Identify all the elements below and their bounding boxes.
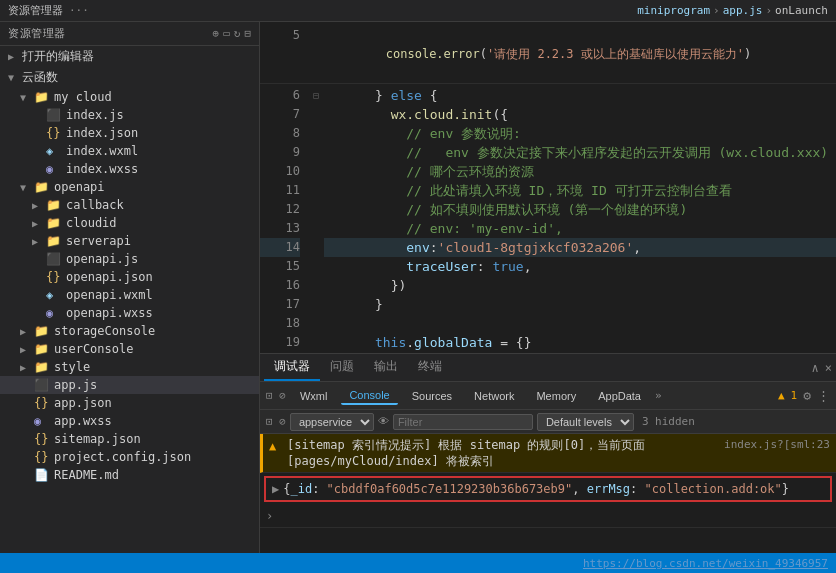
code-line-12: // 如不填则使用默认环境 (第一个创建的环境) <box>324 200 836 219</box>
code-line-18 <box>324 314 836 333</box>
sidebar-item-project-json[interactable]: {} project.config.json <box>0 448 259 466</box>
editor-area: 5 console.error('请使用 2.2.3 或以上的基础库以使用云能力… <box>260 22 836 553</box>
devtools-overflow[interactable]: » <box>655 389 662 402</box>
line-numbers: 6 7 8 9 10 11 12 13 14 15 16 17 18 19 <box>260 84 308 353</box>
settings-icon[interactable]: ⚙ <box>803 388 811 403</box>
index-js-icon: ⬛ <box>46 108 62 122</box>
my-cloud-arrow: ▼ <box>20 92 34 103</box>
breadcrumb-appjs: app.js <box>723 4 763 17</box>
openapi-arrow: ▼ <box>20 182 34 193</box>
sidebar-item-app-wxss[interactable]: ◉ app.wxss <box>0 412 259 430</box>
app-js-label: app.js <box>54 378 97 392</box>
new-folder-icon[interactable]: ▭ <box>223 27 230 40</box>
panel-tabs: 调试器 问题 输出 终端 ∧ × <box>260 354 836 382</box>
resource-manager-label: 资源管理器 <box>8 3 63 18</box>
collapse-icon[interactable]: ⊟ <box>244 27 251 40</box>
code-line-7: wx.cloud.init({ <box>324 105 836 124</box>
user-console-arrow: ▶ <box>20 344 34 355</box>
app-json-label: app.json <box>54 396 112 410</box>
sitemap-label: sitemap.json <box>54 432 141 446</box>
levels-select[interactable]: Default levels <box>537 413 634 431</box>
warning-count: 1 <box>791 389 798 402</box>
sidebar-item-index-wxml[interactable]: ◈ index.wxml <box>0 142 259 160</box>
sidebar-item-cloud-functions[interactable]: ▼ 云函数 <box>0 67 259 88</box>
code-editor: 6 7 8 9 10 11 12 13 14 15 16 17 18 19 ⊟ <box>260 84 836 353</box>
devtools-tab-network[interactable]: Network <box>466 388 522 404</box>
index-wxss-icon: ◉ <box>46 162 62 176</box>
tab-terminal[interactable]: 终端 <box>408 354 452 381</box>
devtools-tab-console[interactable]: Console <box>341 387 397 405</box>
sitemap-icon: {} <box>34 432 50 446</box>
user-console-folder-icon: 📁 <box>34 342 50 356</box>
tab-problems[interactable]: 问题 <box>320 354 364 381</box>
filter-input[interactable] <box>393 414 533 430</box>
openapi-wxss-icon: ◉ <box>46 306 62 320</box>
code-content: } else { wx.cloud.init({ // env 参数说明: //… <box>324 84 836 353</box>
code-line-8: // env 参数说明: <box>324 124 836 143</box>
sidebar-item-index-wxss[interactable]: ◉ index.wxss <box>0 160 259 178</box>
devtools-tab-sources[interactable]: Sources <box>404 388 460 404</box>
sidebar-item-openapi-wxml[interactable]: ◈ openapi.wxml <box>0 286 259 304</box>
project-icon: {} <box>34 450 50 464</box>
error-code-line: console.error('请使用 2.2.3 或以上的基础库以使用云能力') <box>324 24 836 83</box>
sidebar-item-open-editors[interactable]: ▶ 打开的编辑器 <box>0 46 259 67</box>
sidebar-item-index-js[interactable]: ⬛ index.js <box>0 106 259 124</box>
sidebar-item-index-json[interactable]: {} index.json <box>0 124 259 142</box>
breadcrumb-onlaunch: onLaunch <box>775 4 828 17</box>
console-filter-bar: ⊡ ⊘ appservice 👁 Default levels 3 hidden <box>260 410 836 434</box>
console-warning-msg: ▲ [sitemap 索引情况提示] 根据 sitemap 的规则[0]，当前页… <box>260 434 836 473</box>
sidebar-item-app-js[interactable]: ⬛ app.js <box>0 376 259 394</box>
breadcrumb-mini: miniprogram <box>637 4 710 17</box>
sidebar-item-sitemap-json[interactable]: {} sitemap.json <box>0 430 259 448</box>
callback-arrow: ▶ <box>32 200 46 211</box>
openapi-wxml-label: openapi.wxml <box>66 288 153 302</box>
warning-location: index.js?[sml:23 <box>724 437 830 453</box>
panel-tab-icons: ∧ × <box>812 361 832 375</box>
sidebar-item-openapi-wxss[interactable]: ◉ openapi.wxss <box>0 304 259 322</box>
more-icon[interactable]: ⋮ <box>817 388 830 403</box>
sidebar-item-user-console[interactable]: ▶ 📁 userConsole <box>0 340 259 358</box>
new-file-icon[interactable]: ⊕ <box>213 27 220 40</box>
sidebar-item-readme[interactable]: 📄 README.md <box>0 466 259 484</box>
panel-close-icon[interactable]: × <box>825 361 832 375</box>
code-line-17: } <box>324 295 836 314</box>
sidebar-item-my-cloud[interactable]: ▼ 📁 my cloud <box>0 88 259 106</box>
sidebar-item-style[interactable]: ▶ 📁 style <box>0 358 259 376</box>
sidebar-item-serverapi[interactable]: ▶ 📁 serverapi <box>0 232 259 250</box>
code-line-19: this.globalData = {} <box>324 333 836 352</box>
status-bar: https://blog.csdn.net/weixin_49346957 <box>0 553 836 573</box>
console-messages: ▲ [sitemap 索引情况提示] 根据 sitemap 的规则[0]，当前页… <box>260 434 836 553</box>
sidebar-item-cloudid[interactable]: ▶ 📁 cloudid <box>0 214 259 232</box>
tab-output[interactable]: 输出 <box>364 354 408 381</box>
tab-debugger[interactable]: 调试器 <box>264 354 320 381</box>
devtools-tab-wxml[interactable]: Wxml <box>292 388 336 404</box>
sidebar-item-openapi-json[interactable]: {} openapi.json <box>0 268 259 286</box>
warning-icon-msg: ▲ <box>269 438 283 454</box>
index-json-label: index.json <box>66 126 138 140</box>
main-layout: 资源管理器 ⊕ ▭ ↻ ⊟ ▶ 打开的编辑器 ▼ 云函数 ▼ 📁 my clou… <box>0 22 836 553</box>
code-line-15: traceUser: true, <box>324 257 836 276</box>
sidebar-item-app-json[interactable]: {} app.json <box>0 394 259 412</box>
openapi-wxss-label: openapi.wxss <box>66 306 153 320</box>
index-wxml-label: index.wxml <box>66 144 138 158</box>
code-line-10: // 哪个云环境的资源 <box>324 162 836 181</box>
breadcrumb-sep2: › <box>765 4 772 17</box>
refresh-icon[interactable]: ↻ <box>234 27 241 40</box>
service-select[interactable]: appservice <box>290 413 374 431</box>
code-line-16: }) <box>324 276 836 295</box>
sidebar-item-storage-console[interactable]: ▶ 📁 storageConsole <box>0 322 259 340</box>
sidebar-item-callback[interactable]: ▶ 📁 callback <box>0 196 259 214</box>
sidebar-item-openapi[interactable]: ▼ 📁 openapi <box>0 178 259 196</box>
style-folder-icon: 📁 <box>34 360 50 374</box>
devtools-tab-appdata[interactable]: AppData <box>590 388 649 404</box>
code-line-9: // env 参数决定接下来小程序发起的云开发调用 (wx.cloud.xxx)… <box>324 143 836 162</box>
console-input-line: › <box>260 505 836 528</box>
sidebar: 资源管理器 ⊕ ▭ ↻ ⊟ ▶ 打开的编辑器 ▼ 云函数 ▼ 📁 my clou… <box>0 22 260 553</box>
top-bar: 资源管理器 ··· miniprogram › app.js › onLaunc… <box>0 0 836 22</box>
devtools-tab-memory[interactable]: Memory <box>528 388 584 404</box>
openapi-js-icon: ⬛ <box>46 252 62 266</box>
cloudid-arrow: ▶ <box>32 218 46 229</box>
hidden-count: 3 hidden <box>642 415 695 428</box>
panel-chevron-up-icon[interactable]: ∧ <box>812 361 819 375</box>
sidebar-item-openapi-js[interactable]: ⬛ openapi.js <box>0 250 259 268</box>
